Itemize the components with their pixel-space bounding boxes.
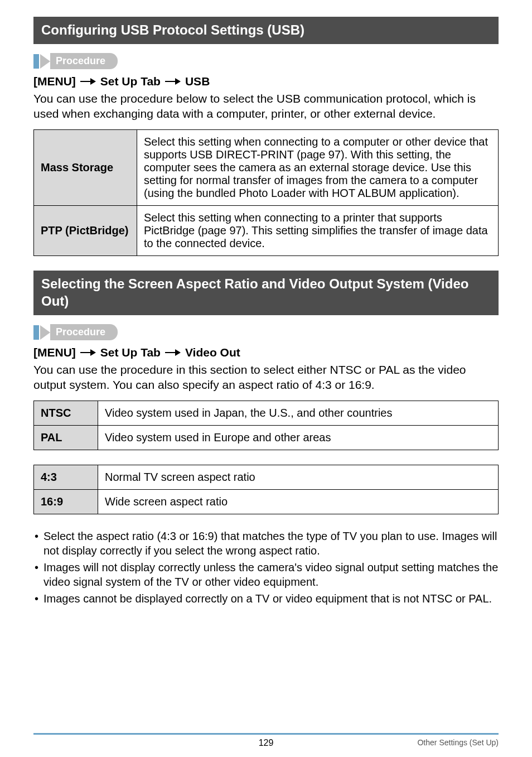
procedure-mark-icon [33, 54, 39, 69]
procedure-heading-2: Procedure [33, 324, 499, 340]
svg-marker-5 [40, 325, 50, 340]
table-row: NTSC Video system used in Japan, the U.S… [34, 401, 499, 426]
table-row: PAL Video system used in Europe and othe… [34, 426, 499, 450]
svg-marker-7 [90, 349, 96, 356]
section1-intro: You can use the procedure below to selec… [33, 91, 499, 122]
footer-divider [33, 733, 499, 735]
table-row: 4:3 Normal TV screen aspect ratio [34, 465, 499, 490]
page-number: 129 [0, 738, 532, 748]
row-text: Wide screen aspect ratio [98, 490, 499, 514]
procedure-label: Procedure [50, 324, 118, 340]
list-item: Images cannot be displayed correctly on … [33, 591, 499, 606]
arrow-icon [165, 78, 181, 85]
menu-part: Video Out [185, 346, 240, 359]
procedure-arrow-icon [40, 325, 50, 340]
table-row: Mass Storage Select this setting when co… [34, 129, 499, 205]
arrow-icon [80, 78, 96, 85]
menu-part: USB [185, 75, 210, 88]
menu-path-video-out: [MENU] Set Up Tab Video Out [33, 346, 499, 359]
menu-part: Set Up Tab [100, 75, 161, 88]
procedure-mark-icon [33, 325, 39, 340]
row-text: Video system used in Europe and other ar… [98, 426, 499, 450]
row-label: 16:9 [34, 490, 98, 514]
section-title-usb: Configuring USB Protocol Settings (USB) [33, 17, 499, 44]
table-row: PTP (PictBridge) Select this setting whe… [34, 205, 499, 255]
video-system-table: NTSC Video system used in Japan, the U.S… [33, 401, 499, 450]
svg-marker-0 [40, 54, 50, 69]
row-label: NTSC [34, 401, 98, 426]
usb-settings-table: Mass Storage Select this setting when co… [33, 129, 499, 256]
section2-intro: You can use the procedure in this sectio… [33, 363, 499, 393]
row-text: Select this setting when connecting to a… [137, 205, 499, 255]
menu-part: Set Up Tab [100, 346, 161, 359]
table-row: 16:9 Wide screen aspect ratio [34, 490, 499, 514]
row-label: Mass Storage [34, 129, 137, 205]
svg-marker-4 [175, 78, 181, 85]
page-footer: 129 Other Settings (Set Up) [0, 733, 532, 747]
arrow-icon [80, 349, 96, 356]
svg-marker-2 [90, 78, 96, 85]
list-item: Images will not display correctly unless… [33, 560, 499, 589]
row-text: Select this setting when connecting to a… [137, 129, 499, 205]
row-text: Normal TV screen aspect ratio [98, 465, 499, 490]
row-text: Video system used in Japan, the U.S., an… [98, 401, 499, 426]
list-item: Select the aspect ratio (4:3 or 16:9) th… [33, 529, 499, 558]
section-title-video-out: Selecting the Screen Aspect Ratio and Vi… [33, 271, 499, 315]
menu-part: [MENU] [33, 346, 76, 359]
svg-marker-9 [175, 349, 181, 356]
menu-part: [MENU] [33, 75, 76, 88]
procedure-label: Procedure [50, 53, 118, 69]
aspect-ratio-table: 4:3 Normal TV screen aspect ratio 16:9 W… [33, 465, 499, 514]
notes-list: Select the aspect ratio (4:3 or 16:9) th… [33, 529, 499, 606]
procedure-heading-1: Procedure [33, 53, 499, 69]
menu-path-usb: [MENU] Set Up Tab USB [33, 75, 499, 88]
procedure-arrow-icon [40, 54, 50, 69]
row-label: 4:3 [34, 465, 98, 490]
row-label: PAL [34, 426, 98, 450]
arrow-icon [165, 349, 181, 356]
row-label: PTP (PictBridge) [34, 205, 137, 255]
